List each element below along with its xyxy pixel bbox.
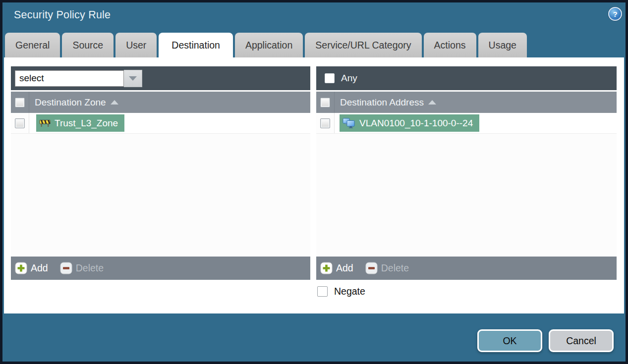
zone-select-all-checkbox[interactable]: [15, 98, 25, 107]
any-bar: Any: [316, 66, 617, 90]
zone-add-label: Add: [31, 262, 48, 274]
address-chip[interactable]: VLAN0100_10-1-100-0--24: [340, 114, 479, 132]
add-icon: [320, 262, 333, 274]
tab-bar: General Source User Destination Applicat…: [5, 33, 527, 57]
destination-address-panel: Any Destination Address: [316, 66, 617, 280]
delete-icon: [365, 262, 378, 274]
zone-delete-button[interactable]: Delete: [60, 262, 104, 274]
destination-zone-panel: Destination Zone: [11, 66, 310, 280]
dialog-window: Security Policy Rule ? General Source Us…: [2, 2, 626, 362]
sort-asc-icon: [428, 100, 436, 104]
negate-checkbox[interactable]: [317, 286, 328, 297]
ok-button[interactable]: OK: [477, 329, 542, 352]
add-icon: [15, 262, 27, 274]
table-row[interactable]: Trust_L3_Zone: [11, 113, 310, 134]
security-policy-rule-dialog: Security Policy Rule ? General Source Us…: [0, 0, 628, 364]
zone-column-header[interactable]: Destination Zone: [35, 97, 118, 108]
negate-row: Negate: [317, 286, 365, 297]
delete-icon: [60, 262, 72, 274]
tab-general[interactable]: General: [5, 33, 60, 57]
zone-grid-header: Destination Zone: [11, 92, 310, 113]
address-icon: [343, 118, 355, 128]
dialog-title: Security Policy Rule: [14, 9, 111, 21]
any-checkbox[interactable]: [325, 73, 335, 83]
tab-actions[interactable]: Actions: [424, 33, 476, 57]
zone-icon: [39, 119, 51, 127]
address-chip-label: VLAN0100_10-1-100-0--24: [359, 118, 473, 129]
any-label: Any: [341, 73, 357, 84]
sort-asc-icon: [111, 100, 118, 104]
address-grid-body: VLAN0100_10-1-100-0--24: [316, 113, 617, 257]
tab-source[interactable]: Source: [62, 33, 114, 57]
help-icon[interactable]: ?: [608, 7, 622, 21]
tab-usage[interactable]: Usage: [478, 33, 527, 57]
cancel-button[interactable]: Cancel: [549, 329, 614, 352]
zone-toolbar: Add Delete: [11, 257, 310, 280]
zone-filter-bar: [11, 66, 310, 90]
chevron-down-icon: [129, 76, 137, 81]
tab-application[interactable]: Application: [235, 33, 303, 57]
zone-select-input[interactable]: [15, 70, 124, 87]
address-grid-header: Destination Address: [316, 92, 617, 113]
address-column-header[interactable]: Destination Address: [340, 97, 436, 108]
zone-chip-label: Trust_L3_Zone: [55, 118, 118, 129]
destination-tab-content: Destination Zone: [4, 57, 624, 313]
address-delete-label: Delete: [381, 262, 409, 274]
address-add-label: Add: [336, 262, 353, 274]
zone-grid-body: Trust_L3_Zone: [11, 113, 310, 257]
negate-label: Negate: [334, 286, 365, 297]
zone-row-checkbox[interactable]: [15, 118, 25, 128]
zone-select-dropdown-button[interactable]: [124, 70, 142, 87]
tab-destination[interactable]: Destination: [159, 33, 233, 57]
address-select-all-checkbox[interactable]: [320, 98, 330, 107]
zone-add-button[interactable]: Add: [15, 262, 48, 274]
zone-chip[interactable]: Trust_L3_Zone: [36, 114, 124, 132]
zone-delete-label: Delete: [76, 262, 104, 274]
address-delete-button[interactable]: Delete: [365, 262, 409, 274]
table-row[interactable]: VLAN0100_10-1-100-0--24: [316, 113, 617, 134]
help-glyph: ?: [613, 10, 617, 18]
address-row-checkbox[interactable]: [320, 118, 330, 128]
address-add-button[interactable]: Add: [320, 262, 353, 274]
tab-service-url-category[interactable]: Service/URL Category: [305, 33, 421, 57]
tab-user[interactable]: User: [115, 33, 157, 57]
address-toolbar: Add Delete: [316, 257, 617, 280]
